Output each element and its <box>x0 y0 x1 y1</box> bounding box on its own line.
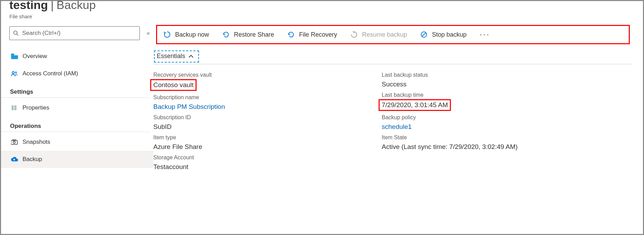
title-separator: | <box>51 0 54 11</box>
svg-point-4 <box>15 72 17 73</box>
sidebar-item-properties[interactable]: Properties <box>9 99 150 116</box>
more-actions-button[interactable]: ··· <box>480 30 490 39</box>
collapse-sidebar-button[interactable]: « <box>147 30 150 36</box>
resume-backup-button: Resume backup <box>350 31 407 38</box>
main-content: Backup now Restore Share File Recovery R… <box>153 26 643 232</box>
essentials-panel: Recovery services vault Contoso vault Su… <box>153 70 633 201</box>
policy-label: Backup policy <box>382 113 596 122</box>
essentials-toggle[interactable]: Essentials <box>154 50 199 63</box>
last-time-value: 7/29/2020, 3:01:45 AM <box>382 100 448 110</box>
sidebar-item-label: Properties <box>22 104 49 111</box>
sidebar-item-snapshots[interactable]: Snapshots <box>9 133 150 151</box>
cloud-backup-icon <box>11 157 18 162</box>
backup-now-icon <box>163 31 171 38</box>
item-type-value: Azure File Share <box>153 142 368 152</box>
camera-icon <box>11 139 18 145</box>
policy-link[interactable]: schedule1 <box>382 122 596 132</box>
stop-backup-button[interactable]: Stop backup <box>420 31 466 38</box>
sidebar-item-label: Access Control (IAM) <box>22 70 78 77</box>
last-time-label: Last backup time <box>382 91 596 100</box>
svg-line-1 <box>17 34 19 36</box>
last-status-label: Last backup status <box>382 70 596 79</box>
storage-value: Testaccount <box>153 162 368 172</box>
restore-share-button[interactable]: Restore Share <box>222 31 274 38</box>
svg-point-0 <box>14 31 17 35</box>
svg-point-3 <box>12 72 14 74</box>
sidebar-divider <box>1 132 150 132</box>
essentials-right-column: Last backup status Success Last backup t… <box>382 70 596 173</box>
essentials-label: Essentials <box>157 53 185 60</box>
search-input[interactable] <box>22 30 136 37</box>
rsv-value: Contoso vault <box>153 80 193 90</box>
block-icon <box>420 31 428 38</box>
chevron-up-icon <box>189 55 193 58</box>
state-value: Active (Last sync time: 7/29/2020, 3:02:… <box>382 142 596 152</box>
sidebar-item-backup[interactable]: Backup <box>1 151 153 168</box>
button-label: Restore Share <box>234 31 274 38</box>
sidebar-item-overview[interactable]: Overview <box>9 48 150 65</box>
sub-id-label: Subscription ID <box>153 113 368 122</box>
refresh-icon <box>350 31 358 38</box>
undo-icon <box>222 31 230 38</box>
sidebar-section-settings: Settings <box>9 88 150 95</box>
svg-rect-7 <box>15 105 16 110</box>
file-recovery-button[interactable]: File Recovery <box>287 31 337 38</box>
highlight-box-rsv: Contoso vault <box>150 79 197 91</box>
folder-icon <box>11 54 18 59</box>
svg-rect-6 <box>13 105 15 110</box>
sidebar-item-label: Backup <box>22 156 42 163</box>
last-status-value: Success <box>382 79 596 90</box>
button-label: Backup now <box>175 31 209 38</box>
sub-id-value: SubID <box>153 122 368 132</box>
people-icon <box>11 71 18 76</box>
state-label: Item State <box>382 133 596 142</box>
svg-point-10 <box>13 141 15 143</box>
search-icon <box>13 30 19 36</box>
highlight-box-time: 7/29/2020, 3:01:45 AM <box>379 99 451 111</box>
header: testing | Backup File share <box>1 0 643 19</box>
storage-label: Storage Account <box>153 153 368 162</box>
resource-name: testing <box>9 0 48 11</box>
sidebar-item-iam[interactable]: Access Control (IAM) <box>9 65 150 82</box>
svg-rect-5 <box>12 105 13 110</box>
sub-name-link[interactable]: Backup PM Subscription <box>153 102 368 112</box>
resource-type: File share <box>9 13 643 19</box>
item-type-label: Item type <box>153 133 368 142</box>
properties-icon <box>11 105 18 111</box>
svg-rect-2 <box>11 54 14 55</box>
page-title: testing | Backup <box>9 0 643 11</box>
sidebar-section-operations: Operations <box>9 123 150 130</box>
sidebar-item-label: Overview <box>22 53 47 60</box>
undo-icon <box>287 31 295 38</box>
backup-now-button[interactable]: Backup now <box>163 31 209 38</box>
search-container[interactable] <box>9 26 140 40</box>
button-label: File Recovery <box>299 31 337 38</box>
rsv-label: Recovery services vault <box>153 70 368 79</box>
page-name: Backup <box>56 0 96 11</box>
essentials-left-column: Recovery services vault Contoso vault Su… <box>153 70 368 173</box>
button-label: Resume backup <box>362 31 407 38</box>
sidebar-divider <box>1 97 150 98</box>
toolbar: Backup now Restore Share File Recovery R… <box>156 25 630 44</box>
svg-rect-8 <box>11 140 17 144</box>
svg-line-12 <box>422 32 426 37</box>
essentials-separator <box>153 64 633 64</box>
svg-rect-9 <box>13 139 16 141</box>
sidebar-item-label: Snapshots <box>22 139 50 145</box>
sub-name-label: Subscription name <box>153 93 368 102</box>
button-label: Stop backup <box>432 31 466 38</box>
sidebar: « Overview Access Control (IAM) Settings… <box>1 26 153 232</box>
